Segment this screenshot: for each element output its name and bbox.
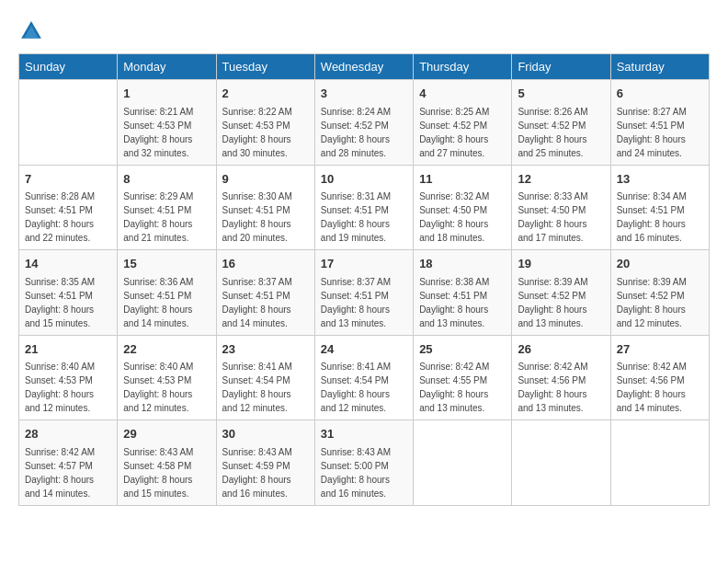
- day-info: Sunrise: 8:40 AMSunset: 4:53 PMDaylight:…: [123, 360, 210, 415]
- daylight-text: Daylight: 8 hours and 12 minutes.: [123, 387, 210, 415]
- sunrise-text: Sunrise: 8:36 AM: [123, 275, 210, 289]
- calendar-cell: 3Sunrise: 8:24 AMSunset: 4:52 PMDaylight…: [314, 80, 413, 166]
- sunset-text: Sunset: 4:50 PM: [518, 203, 604, 217]
- day-number: 14: [25, 255, 111, 273]
- day-info: Sunrise: 8:33 AMSunset: 4:50 PMDaylight:…: [518, 190, 604, 245]
- day-number: 25: [419, 340, 506, 359]
- sunrise-text: Sunrise: 8:42 AM: [518, 360, 604, 373]
- calendar-cell: 10Sunrise: 8:31 AMSunset: 4:51 PMDayligh…: [314, 165, 413, 250]
- sunset-text: Sunset: 4:51 PM: [321, 289, 407, 303]
- sunrise-text: Sunrise: 8:34 AM: [617, 190, 703, 203]
- day-number: 3: [321, 85, 407, 103]
- daylight-text: Daylight: 8 hours and 32 minutes.: [123, 132, 210, 160]
- day-info: Sunrise: 8:32 AMSunset: 4:50 PMDaylight:…: [419, 190, 506, 245]
- day-number: 27: [617, 340, 703, 359]
- daylight-text: Daylight: 8 hours and 27 minutes.: [419, 132, 506, 160]
- day-info: Sunrise: 8:24 AMSunset: 4:52 PMDaylight:…: [321, 105, 407, 160]
- calendar-cell: 13Sunrise: 8:34 AMSunset: 4:51 PMDayligh…: [610, 165, 709, 250]
- daylight-text: Daylight: 8 hours and 14 minutes.: [25, 473, 111, 500]
- calendar-cell: 29Sunrise: 8:43 AMSunset: 4:58 PMDayligh…: [118, 420, 216, 506]
- sunset-text: Sunset: 4:52 PM: [518, 289, 604, 303]
- sunset-text: Sunset: 4:51 PM: [617, 203, 703, 217]
- sunset-text: Sunset: 4:52 PM: [321, 119, 407, 132]
- sunrise-text: Sunrise: 8:25 AM: [419, 105, 506, 119]
- day-info: Sunrise: 8:21 AMSunset: 4:53 PMDaylight:…: [123, 105, 210, 160]
- day-number: 23: [222, 340, 309, 359]
- calendar-table: SundayMondayTuesdayWednesdayThursdayFrid…: [18, 53, 710, 506]
- day-number: 7: [25, 170, 111, 189]
- calendar-body: 1Sunrise: 8:21 AMSunset: 4:53 PMDaylight…: [19, 80, 710, 506]
- calendar-cell: 17Sunrise: 8:37 AMSunset: 4:51 PMDayligh…: [314, 250, 413, 336]
- calendar-cell: 14Sunrise: 8:35 AMSunset: 4:51 PMDayligh…: [19, 250, 118, 336]
- sunrise-text: Sunrise: 8:42 AM: [419, 360, 506, 373]
- calendar-cell: 15Sunrise: 8:36 AMSunset: 4:51 PMDayligh…: [118, 250, 216, 336]
- day-info: Sunrise: 8:40 AMSunset: 4:53 PMDaylight:…: [25, 360, 111, 415]
- sunset-text: Sunset: 4:51 PM: [222, 289, 309, 303]
- sunset-text: Sunset: 4:52 PM: [617, 289, 703, 303]
- sunset-text: Sunset: 4:55 PM: [419, 373, 506, 387]
- day-number: 26: [518, 340, 604, 359]
- sunset-text: Sunset: 4:51 PM: [123, 289, 210, 303]
- day-info: Sunrise: 8:43 AMSunset: 4:59 PMDaylight:…: [222, 445, 309, 500]
- sunrise-text: Sunrise: 8:37 AM: [222, 275, 309, 289]
- day-info: Sunrise: 8:42 AMSunset: 4:57 PMDaylight:…: [25, 445, 111, 500]
- sunset-text: Sunset: 4:53 PM: [123, 373, 210, 387]
- day-info: Sunrise: 8:39 AMSunset: 4:52 PMDaylight:…: [518, 275, 604, 330]
- header-day-saturday: Saturday: [610, 54, 709, 80]
- sunset-text: Sunset: 4:51 PM: [419, 289, 506, 303]
- daylight-text: Daylight: 8 hours and 13 minutes.: [518, 303, 604, 330]
- daylight-text: Daylight: 8 hours and 14 minutes.: [222, 303, 309, 330]
- sunset-text: Sunset: 4:56 PM: [518, 373, 604, 387]
- sunrise-text: Sunrise: 8:37 AM: [321, 275, 407, 289]
- sunrise-text: Sunrise: 8:27 AM: [617, 105, 703, 119]
- calendar-cell: [512, 420, 610, 506]
- day-info: Sunrise: 8:29 AMSunset: 4:51 PMDaylight:…: [123, 190, 210, 245]
- day-number: 18: [419, 255, 506, 273]
- calendar-cell: 31Sunrise: 8:43 AMSunset: 5:00 PMDayligh…: [314, 420, 413, 506]
- sunrise-text: Sunrise: 8:22 AM: [222, 105, 309, 119]
- daylight-text: Daylight: 8 hours and 22 minutes.: [25, 217, 111, 245]
- logo: [18, 18, 48, 44]
- day-info: Sunrise: 8:38 AMSunset: 4:51 PMDaylight:…: [419, 275, 506, 330]
- day-info: Sunrise: 8:37 AMSunset: 4:51 PMDaylight:…: [222, 275, 309, 330]
- sunrise-text: Sunrise: 8:38 AM: [419, 275, 506, 289]
- sunset-text: Sunset: 4:56 PM: [617, 373, 703, 387]
- day-number: 22: [123, 340, 210, 359]
- daylight-text: Daylight: 8 hours and 25 minutes.: [518, 132, 604, 160]
- calendar-cell: 11Sunrise: 8:32 AMSunset: 4:50 PMDayligh…: [414, 165, 512, 250]
- daylight-text: Daylight: 8 hours and 24 minutes.: [617, 132, 703, 160]
- day-info: Sunrise: 8:35 AMSunset: 4:51 PMDaylight:…: [25, 275, 111, 330]
- sunrise-text: Sunrise: 8:33 AM: [518, 190, 604, 203]
- sunrise-text: Sunrise: 8:43 AM: [123, 445, 210, 459]
- sunrise-text: Sunrise: 8:39 AM: [518, 275, 604, 289]
- sunset-text: Sunset: 4:51 PM: [222, 203, 309, 217]
- day-number: 29: [123, 425, 210, 443]
- sunrise-text: Sunrise: 8:28 AM: [25, 190, 111, 203]
- daylight-text: Daylight: 8 hours and 13 minutes.: [518, 387, 604, 415]
- daylight-text: Daylight: 8 hours and 17 minutes.: [518, 217, 604, 245]
- daylight-text: Daylight: 8 hours and 16 minutes.: [321, 473, 407, 500]
- sunset-text: Sunset: 4:50 PM: [419, 203, 506, 217]
- daylight-text: Daylight: 8 hours and 28 minutes.: [321, 132, 407, 160]
- page-header: [18, 18, 710, 44]
- sunrise-text: Sunrise: 8:35 AM: [25, 275, 111, 289]
- calendar-cell: 6Sunrise: 8:27 AMSunset: 4:51 PMDaylight…: [610, 80, 709, 166]
- sunrise-text: Sunrise: 8:42 AM: [617, 360, 703, 373]
- sunrise-text: Sunrise: 8:40 AM: [25, 360, 111, 373]
- day-info: Sunrise: 8:42 AMSunset: 4:56 PMDaylight:…: [518, 360, 604, 415]
- week-row-3: 14Sunrise: 8:35 AMSunset: 4:51 PMDayligh…: [19, 250, 710, 336]
- day-number: 16: [222, 255, 309, 273]
- calendar-cell: 30Sunrise: 8:43 AMSunset: 4:59 PMDayligh…: [216, 420, 314, 506]
- calendar-cell: 21Sunrise: 8:40 AMSunset: 4:53 PMDayligh…: [19, 335, 118, 420]
- header-day-sunday: Sunday: [19, 54, 118, 80]
- day-info: Sunrise: 8:42 AMSunset: 4:55 PMDaylight:…: [419, 360, 506, 415]
- week-row-1: 1Sunrise: 8:21 AMSunset: 4:53 PMDaylight…: [19, 80, 710, 166]
- day-info: Sunrise: 8:43 AMSunset: 5:00 PMDaylight:…: [321, 445, 407, 500]
- sunset-text: Sunset: 4:52 PM: [518, 119, 604, 132]
- sunset-text: Sunset: 4:51 PM: [25, 289, 111, 303]
- header-day-tuesday: Tuesday: [216, 54, 314, 80]
- daylight-text: Daylight: 8 hours and 15 minutes.: [123, 473, 210, 500]
- day-number: 2: [222, 85, 309, 103]
- calendar-cell: 12Sunrise: 8:33 AMSunset: 4:50 PMDayligh…: [512, 165, 610, 250]
- daylight-text: Daylight: 8 hours and 13 minutes.: [419, 303, 506, 330]
